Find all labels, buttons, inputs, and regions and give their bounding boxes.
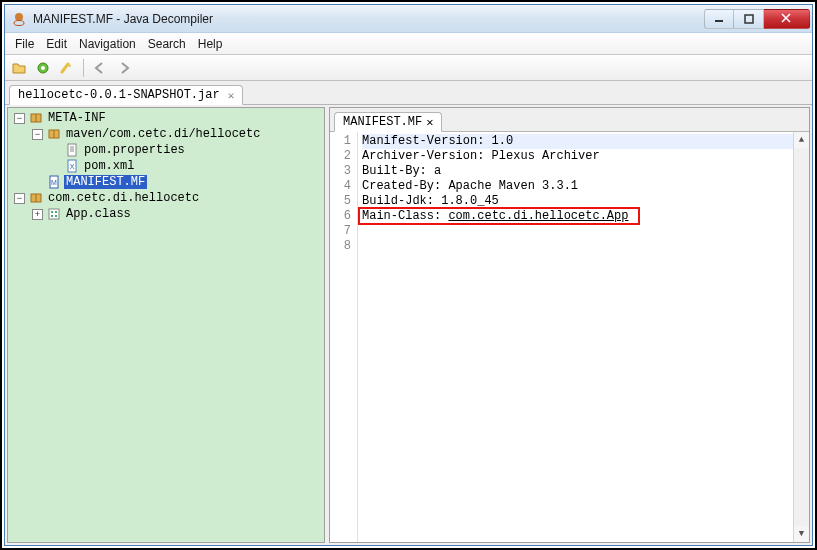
gutter: 1 2 3 4 5 6 7 8 (330, 132, 358, 542)
app-icon (11, 11, 27, 27)
svg-rect-22 (49, 209, 59, 219)
minimize-button[interactable] (704, 9, 734, 29)
code-line (362, 239, 805, 254)
project-tabstrip: hellocetc-0.0.1-SNAPSHOT.jar ✕ (5, 81, 812, 105)
collapse-icon[interactable]: − (14, 193, 25, 204)
svg-rect-23 (51, 211, 53, 213)
code-line: Built-By: a (362, 164, 805, 179)
tree-label: com.cetc.di.hellocetc (46, 191, 201, 205)
svg-rect-3 (745, 15, 753, 23)
leaf-icon (32, 177, 43, 188)
tree-label: App.class (64, 207, 133, 221)
code-lines[interactable]: Manifest-Version: 1.0 Archiver-Version: … (358, 132, 809, 542)
line-number: 7 (332, 224, 351, 239)
line-number: 6 (332, 209, 351, 224)
search-icon[interactable] (57, 58, 77, 78)
svg-point-1 (14, 20, 24, 25)
open-file-icon[interactable] (9, 58, 29, 78)
svg-text:M: M (51, 179, 57, 186)
menu-navigation[interactable]: Navigation (73, 37, 142, 51)
tree-label: pom.xml (82, 159, 136, 173)
back-icon[interactable] (90, 58, 110, 78)
tree-label: MANIFEST.MF (64, 175, 147, 189)
line-number: 4 (332, 179, 351, 194)
tree-node-app-class[interactable]: + App.class (8, 206, 324, 222)
code-editor[interactable]: 1 2 3 4 5 6 7 8 Manifest-Version: 1.0 Ar… (330, 132, 809, 542)
scroll-down-icon[interactable]: ▼ (794, 526, 810, 542)
package-icon (28, 110, 44, 126)
svg-text:X: X (70, 163, 75, 170)
tree-node-meta-inf[interactable]: − META-INF (8, 110, 324, 126)
code-text: Main-Class: (362, 209, 448, 223)
svg-rect-25 (51, 215, 53, 217)
open-type-icon[interactable] (33, 58, 53, 78)
menu-search[interactable]: Search (142, 37, 192, 51)
file-icon (64, 142, 80, 158)
collapse-icon[interactable]: − (32, 129, 43, 140)
close-button[interactable] (764, 9, 810, 29)
menu-file[interactable]: File (9, 37, 40, 51)
editor-tab-manifest[interactable]: MANIFEST.MF ✕ (334, 112, 442, 132)
editor-tabstrip: MANIFEST.MF ✕ (330, 108, 809, 132)
svg-rect-26 (55, 215, 57, 217)
line-number: 3 (332, 164, 351, 179)
tree-label: maven/com.cetc.di/hellocetc (64, 127, 262, 141)
package-tree[interactable]: − META-INF − maven/com.cetc.di/hellocetc… (8, 108, 324, 542)
collapse-icon[interactable]: − (14, 113, 25, 124)
line-number: 1 (332, 134, 351, 149)
tree-node-pom-xml[interactable]: X pom.xml (8, 158, 324, 174)
expand-icon[interactable]: + (32, 209, 43, 220)
code-line (362, 224, 805, 239)
tree-node-manifest[interactable]: M MANIFEST.MF (8, 174, 324, 190)
svg-point-7 (41, 66, 45, 70)
forward-icon[interactable] (114, 58, 134, 78)
editor-panel: MANIFEST.MF ✕ 1 2 3 4 5 6 7 8 Manifest-V… (329, 107, 810, 543)
code-line: Archiver-Version: Plexus Archiver (362, 149, 805, 164)
package-icon (46, 126, 62, 142)
xml-file-icon: X (64, 158, 80, 174)
svg-point-0 (15, 13, 23, 21)
tab-close-icon[interactable]: ✕ (426, 115, 433, 130)
editor-tab-label: MANIFEST.MF (343, 115, 422, 129)
leaf-icon (50, 161, 61, 172)
code-line: Manifest-Version: 1.0 (362, 134, 805, 149)
svg-rect-12 (68, 144, 76, 156)
menu-edit[interactable]: Edit (40, 37, 73, 51)
line-number: 8 (332, 239, 351, 254)
vertical-scrollbar[interactable]: ▲ ▼ (793, 132, 809, 542)
tab-jar-label: hellocetc-0.0.1-SNAPSHOT.jar (18, 88, 220, 102)
tree-label: pom.properties (82, 143, 187, 157)
line-number: 5 (332, 194, 351, 209)
tab-close-icon[interactable]: ✕ (228, 89, 235, 102)
line-number: 2 (332, 149, 351, 164)
tree-label: META-INF (46, 111, 108, 125)
leaf-icon (50, 145, 61, 156)
menubar: File Edit Navigation Search Help (5, 33, 812, 55)
menu-help[interactable]: Help (192, 37, 229, 51)
tree-node-pom-properties[interactable]: pom.properties (8, 142, 324, 158)
main-class-link[interactable]: com.cetc.di.hellocetc.App (448, 209, 628, 223)
class-file-icon (46, 206, 62, 222)
maximize-button[interactable] (734, 9, 764, 29)
manifest-file-icon: M (46, 174, 62, 190)
window-title: MANIFEST.MF - Java Decompiler (33, 12, 704, 26)
code-line: Build-Jdk: 1.8.0_45 (362, 194, 805, 209)
package-icon (28, 190, 44, 206)
tree-node-maven[interactable]: − maven/com.cetc.di/hellocetc (8, 126, 324, 142)
tree-node-package-app[interactable]: − com.cetc.di.hellocetc (8, 190, 324, 206)
tree-panel: − META-INF − maven/com.cetc.di/hellocetc… (7, 107, 325, 543)
code-line: Created-By: Apache Maven 3.3.1 (362, 179, 805, 194)
scroll-up-icon[interactable]: ▲ (794, 132, 810, 148)
toolbar (5, 55, 812, 81)
svg-rect-24 (55, 211, 57, 213)
toolbar-separator (83, 59, 84, 77)
titlebar[interactable]: MANIFEST.MF - Java Decompiler (5, 5, 812, 33)
code-line: Main-Class: com.cetc.di.hellocetc.App (362, 209, 805, 224)
tab-jar[interactable]: hellocetc-0.0.1-SNAPSHOT.jar ✕ (9, 85, 243, 105)
window: MANIFEST.MF - Java Decompiler File Edit … (4, 4, 813, 546)
